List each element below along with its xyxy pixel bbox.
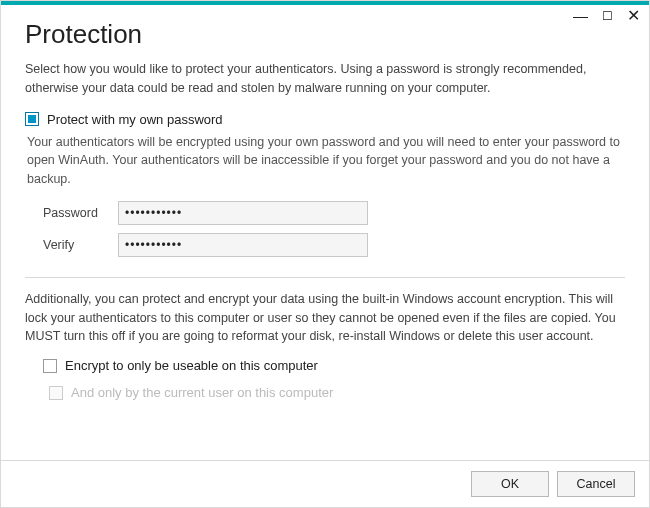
protect-password-label[interactable]: Protect with my own password [47,112,223,127]
password-input[interactable] [118,201,368,225]
encrypt-computer-label[interactable]: Encrypt to only be useable on this compu… [65,358,318,373]
verify-label: Verify [43,238,118,252]
additional-text: Additionally, you can protect and encryp… [25,290,625,346]
password-label: Password [43,206,118,220]
section-divider [25,277,625,278]
page-title: Protection [25,19,625,50]
cancel-button[interactable]: Cancel [557,471,635,497]
protect-password-checkbox[interactable] [25,112,39,126]
protection-dialog: — ☐ ✕ Protection Select how you would li… [0,0,650,508]
close-icon[interactable]: ✕ [627,6,640,25]
encrypt-user-label: And only by the current user on this com… [71,385,333,400]
maximize-icon[interactable]: ☐ [602,9,613,23]
encrypt-user-checkbox [49,386,63,400]
verify-input[interactable] [118,233,368,257]
dialog-content: Protection Select how you would like to … [1,5,649,460]
dialog-footer: OK Cancel [1,460,649,507]
encrypt-user-row: And only by the current user on this com… [49,385,625,400]
protect-password-description: Your authenticators will be encrypted us… [27,133,625,189]
window-controls: — ☐ ✕ [573,6,640,25]
encrypt-computer-row: Encrypt to only be useable on this compu… [43,358,625,373]
password-row: Password [43,201,625,225]
protect-password-row: Protect with my own password [25,112,625,127]
ok-button[interactable]: OK [471,471,549,497]
encrypt-computer-checkbox[interactable] [43,359,57,373]
minimize-icon[interactable]: — [573,7,588,24]
intro-text: Select how you would like to protect you… [25,60,625,98]
verify-row: Verify [43,233,625,257]
